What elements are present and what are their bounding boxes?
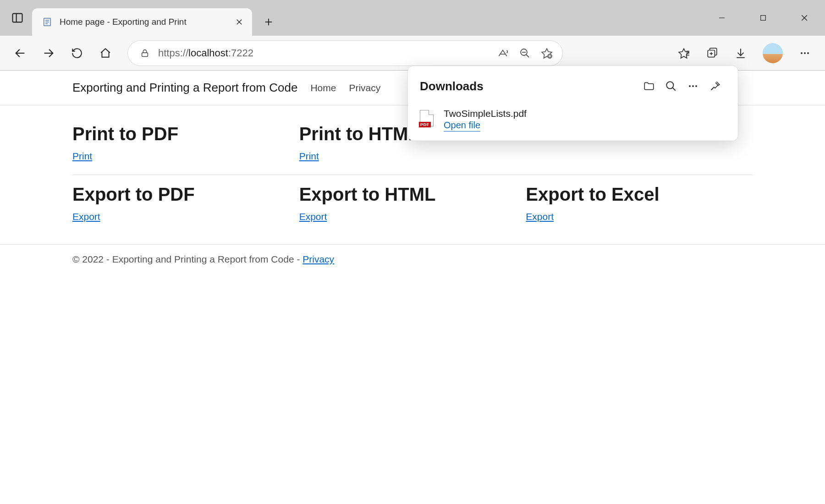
nav-home[interactable]: Home	[310, 82, 336, 93]
footer-privacy-link[interactable]: Privacy	[302, 254, 334, 264]
footer-text: © 2022 - Exporting and Printing a Report…	[72, 254, 302, 264]
lock-icon[interactable]	[136, 48, 154, 58]
downloads-folder-button[interactable]	[638, 75, 660, 97]
downloads-title: Downloads	[420, 79, 638, 93]
downloads-panel: Downloads PDF TwoSimpleLists.pdf Open fi…	[408, 66, 738, 141]
home-button[interactable]	[93, 40, 118, 66]
download-filename: TwoSimpleLists.pdf	[444, 108, 726, 119]
forward-button[interactable]	[36, 40, 61, 66]
svg-point-34	[801, 52, 803, 54]
new-tab-button[interactable]	[256, 9, 281, 35]
read-aloud-icon[interactable]	[492, 47, 514, 59]
settings-menu-button[interactable]	[792, 40, 818, 66]
toolbar-right	[671, 40, 818, 66]
minimize-button[interactable]	[701, 0, 742, 36]
export-excel-heading: Export to Excel	[526, 184, 753, 205]
tab-favicon-icon	[41, 16, 53, 28]
site-title: Exporting and Printing a Report from Cod…	[72, 81, 297, 95]
window-controls	[701, 0, 825, 36]
refresh-button[interactable]	[64, 40, 90, 66]
svg-point-40	[692, 85, 694, 87]
profile-avatar[interactable]	[763, 43, 783, 63]
svg-line-42	[711, 88, 713, 90]
browser-tab[interactable]: Home page - Exporting and Print	[32, 8, 252, 36]
export-row: Export to PDF Export Export to HTML Expo…	[72, 184, 753, 235]
url-scheme: https://	[158, 47, 188, 59]
zoom-out-icon[interactable]	[514, 48, 536, 59]
add-favorite-icon[interactable]	[536, 47, 558, 59]
site-footer: © 2022 - Exporting and Printing a Report…	[0, 244, 825, 274]
print-html-link[interactable]: Print	[299, 151, 319, 161]
downloads-pin-button[interactable]	[704, 75, 726, 97]
svg-point-36	[807, 52, 809, 54]
tab-close-button[interactable]	[233, 16, 246, 28]
svg-line-20	[526, 55, 529, 57]
download-item[interactable]: PDF TwoSimpleLists.pdf Open file	[408, 104, 738, 134]
svg-line-38	[672, 88, 676, 91]
print-pdf-heading: Print to PDF	[72, 124, 299, 144]
downloads-button[interactable]	[728, 40, 754, 66]
export-excel-link[interactable]: Export	[526, 211, 554, 222]
address-bar[interactable]: https://localhost:7222	[127, 40, 563, 66]
favorites-button[interactable]	[671, 40, 697, 66]
export-html-heading: Export to HTML	[299, 184, 526, 205]
browser-titlebar: Home page - Exporting and Print	[0, 0, 825, 36]
export-html-cell: Export to HTML Export	[299, 184, 526, 222]
downloads-search-button[interactable]	[660, 75, 682, 97]
export-pdf-link[interactable]: Export	[72, 211, 100, 222]
print-pdf-link[interactable]: Print	[72, 151, 92, 161]
tab-title: Home page - Exporting and Print	[60, 17, 226, 27]
collections-button[interactable]	[699, 40, 725, 66]
svg-point-35	[804, 52, 806, 54]
browser-toolbar: https://localhost:7222	[0, 36, 825, 71]
export-html-link[interactable]: Export	[299, 211, 327, 222]
url-host: localhost	[188, 47, 228, 59]
nav-privacy[interactable]: Privacy	[349, 82, 380, 93]
svg-point-41	[695, 85, 697, 87]
url-text: https://localhost:7222	[158, 47, 492, 59]
tab-actions-button[interactable]	[0, 0, 32, 36]
back-button[interactable]	[7, 40, 33, 66]
svg-rect-16	[142, 53, 148, 56]
downloads-header: Downloads	[408, 66, 738, 104]
svg-rect-0	[13, 14, 22, 22]
pdf-badge: PDF	[419, 122, 431, 127]
downloads-more-button[interactable]	[682, 75, 704, 97]
url-port: :7222	[228, 47, 253, 59]
svg-point-39	[689, 85, 691, 87]
pdf-file-icon: PDF	[420, 110, 435, 128]
download-open-link[interactable]: Open file	[444, 120, 480, 131]
print-pdf-cell: Print to PDF Print	[72, 124, 299, 162]
close-window-button[interactable]	[784, 0, 825, 36]
svg-rect-11	[761, 16, 766, 21]
maximize-button[interactable]	[742, 0, 784, 36]
export-pdf-heading: Export to PDF	[72, 184, 299, 205]
svg-point-37	[666, 82, 673, 88]
download-info: TwoSimpleLists.pdf Open file	[444, 108, 726, 131]
export-pdf-cell: Export to PDF Export	[72, 184, 299, 222]
export-excel-cell: Export to Excel Export	[526, 184, 753, 222]
panel-icon	[11, 11, 24, 24]
